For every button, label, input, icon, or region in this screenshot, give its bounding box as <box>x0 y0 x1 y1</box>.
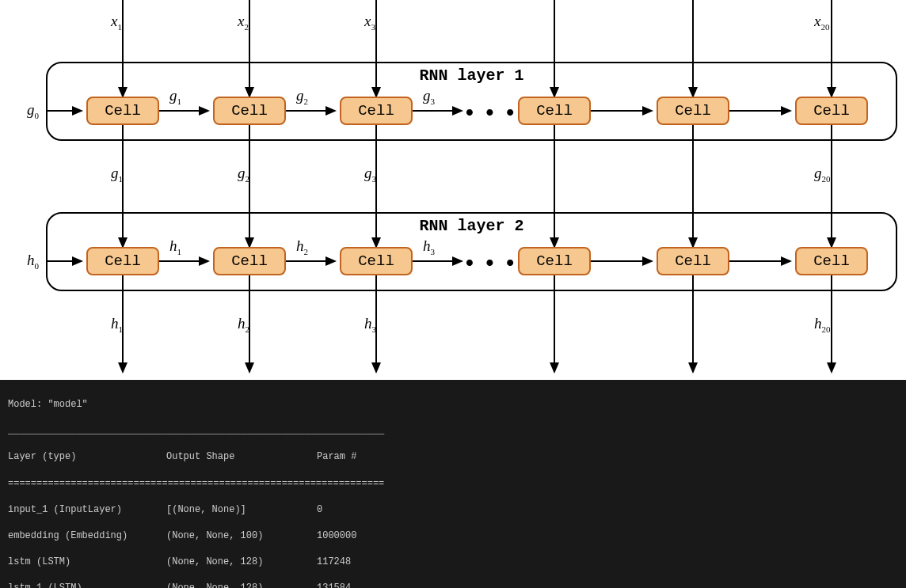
label-x2: x2 <box>238 13 249 32</box>
label-h0: h0 <box>27 252 39 271</box>
label-h2-v: h2 <box>238 315 249 334</box>
label-g1-h: g1 <box>169 87 181 106</box>
layer2-cell-4: Cell <box>518 247 591 275</box>
layer1-cell-6: Cell <box>795 97 868 125</box>
divider-mid: ========================================… <box>8 476 898 491</box>
layer1-cell-5: Cell <box>657 97 729 125</box>
label-g2-h: g2 <box>296 87 308 106</box>
label-h20-v: h20 <box>814 315 831 334</box>
layer1-title: RNN layer 1 <box>419 66 523 85</box>
label-g0: g0 <box>27 101 39 120</box>
layer2-cell-3: Cell <box>340 247 413 275</box>
label-g2-v: g2 <box>238 165 249 184</box>
label-g1-v: g1 <box>111 165 123 184</box>
label-h1-v: h1 <box>111 315 123 334</box>
label-x20: x20 <box>814 13 829 32</box>
model-summary-terminal: Model: "model" _________________________… <box>0 380 906 588</box>
rnn-diagram: RNN layer 1 Cell Cell Cell Cell Cell Cel… <box>0 0 906 380</box>
layer1-cell-2: Cell <box>213 97 286 125</box>
layer2-title: RNN layer 2 <box>419 217 523 235</box>
row-1: embedding (Embedding)(None, None, 100)10… <box>8 529 898 544</box>
layer2-dots: • • • <box>466 250 517 275</box>
label-g3-h: g3 <box>423 87 435 106</box>
arrows-svg <box>0 0 906 380</box>
label-h1-h: h1 <box>169 237 181 256</box>
model-name: Model: "model" <box>8 397 898 412</box>
layer1-dots: • • • <box>466 100 517 125</box>
layer2-cell-1: Cell <box>86 247 159 275</box>
label-h2-h: h2 <box>296 237 308 256</box>
row-0: input_1 (InputLayer)[(None, None)]0 <box>8 503 898 518</box>
label-h3-h: h3 <box>423 237 435 256</box>
layer2-cell-6: Cell <box>795 247 868 275</box>
header-row: Layer (type)Output ShapeParam # <box>8 450 898 465</box>
label-g20-v: g20 <box>814 165 831 184</box>
layer1-cell-1: Cell <box>86 97 159 125</box>
label-x3: x3 <box>364 13 375 32</box>
layer2-cell-5: Cell <box>657 247 729 275</box>
label-x1: x1 <box>111 13 122 32</box>
layer2-cell-2: Cell <box>213 247 286 275</box>
label-h3-v: h3 <box>364 315 376 334</box>
row-3: lstm_1 (LSTM)(None, None, 128)131584 <box>8 581 898 588</box>
label-g3-v: g3 <box>364 165 376 184</box>
row-2: lstm (LSTM)(None, None, 128)117248 <box>8 555 898 570</box>
layer1-cell-3: Cell <box>340 97 413 125</box>
divider-top: ________________________________________… <box>8 423 898 438</box>
layer1-cell-4: Cell <box>518 97 591 125</box>
